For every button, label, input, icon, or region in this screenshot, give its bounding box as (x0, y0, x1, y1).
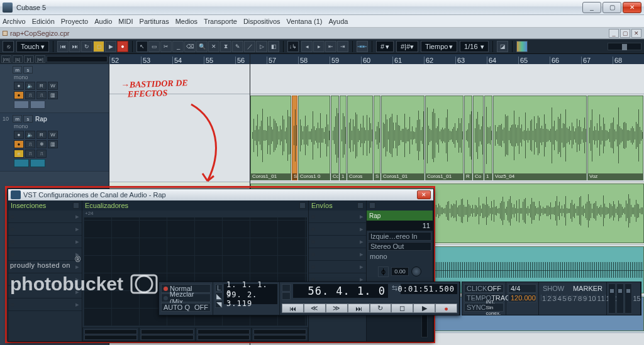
in-chip[interactable] (14, 159, 29, 167)
tool-erase-icon[interactable]: ⌫ (184, 41, 196, 52)
master-fader[interactable] (625, 283, 632, 314)
tool-split-icon[interactable]: ✂ (160, 41, 172, 52)
insert-slot[interactable]: ▸ (8, 223, 82, 236)
eq-bypass-icon[interactable] (299, 202, 306, 209)
transport-button[interactable]: ≫ (326, 304, 348, 313)
marker-button[interactable]: 1 (541, 295, 546, 301)
monitor-icon[interactable]: 🔈 (25, 82, 35, 90)
palette-icon[interactable] (516, 41, 528, 52)
master-fader[interactable] (608, 283, 616, 314)
tool-arrow-icon[interactable]: ↖ (136, 41, 148, 52)
pan-knob[interactable] (411, 266, 421, 277)
audio-clip[interactable]: S (292, 96, 297, 180)
tl-btn[interactable]: |r| (24, 55, 34, 63)
time-signature[interactable]: 4/4 (508, 284, 536, 293)
send-slot[interactable]: ▸ (309, 211, 366, 223)
nudge-start-icon[interactable]: ⇤ (325, 41, 336, 52)
menu-item[interactable]: Partituras (140, 18, 169, 25)
master-fader[interactable] (616, 283, 624, 314)
input-routing[interactable]: Izquie…ereo In (368, 232, 431, 241)
window-titlebar[interactable]: Cubase 5 _ ▢ ✕ (0, 0, 644, 15)
snap-toggle-icon[interactable]: ⇥⇤ (357, 41, 368, 52)
secondary-time[interactable]: 0:01:51.500 (401, 284, 457, 294)
marker-button[interactable]: 2 (546, 295, 551, 301)
minimize-button[interactable]: _ (582, 2, 601, 13)
chan-icon[interactable] (369, 202, 375, 209)
tool-line-icon[interactable]: ／ (244, 41, 255, 52)
post-roll-icon[interactable] (282, 292, 291, 300)
zoom-slider[interactable] (608, 43, 641, 50)
in-chip[interactable] (14, 101, 29, 109)
record-enable-icon[interactable]: ● (14, 82, 24, 90)
audio-clip[interactable]: 1 (484, 96, 492, 180)
transport-button[interactable]: ◻ (391, 304, 413, 313)
insert-slot[interactable]: ▸ (8, 298, 82, 311)
insert-btn[interactable]: ● (14, 140, 24, 148)
punch-in-icon[interactable]: ◣ (215, 292, 223, 300)
locator-l-icon[interactable]: L (215, 284, 223, 292)
cycle-icon[interactable]: ↻ (81, 41, 92, 52)
nudge-right-icon[interactable]: ▸ (313, 41, 325, 52)
record-icon[interactable]: ● (117, 41, 128, 52)
read-btn[interactable]: R (36, 131, 47, 139)
audio-clip[interactable]: Voz (587, 96, 643, 180)
marker-button[interactable]: 15 (631, 295, 640, 301)
edit-btn[interactable]: e (14, 150, 24, 158)
snap-type-select[interactable]: #▾ (376, 41, 394, 52)
transport-button[interactable]: ↻ (370, 304, 392, 313)
insert-slot[interactable]: ▸ (8, 211, 82, 223)
read-btn[interactable]: R (36, 82, 47, 90)
close-button[interactable]: ✕ (623, 2, 641, 13)
insert-slot[interactable]: ▸ (8, 273, 82, 286)
audio-clip[interactable]: Coros (347, 96, 373, 180)
transport-button[interactable]: ● (435, 304, 457, 313)
maximize-button[interactable]: ▢ (602, 2, 621, 13)
audio-clip[interactable]: Coros1_01 (250, 96, 291, 180)
punch-out-icon[interactable]: ◥ (215, 300, 223, 308)
marker-button[interactable]: 3 (551, 295, 556, 301)
sync-mode[interactable]: SYNCINT. Sin conex. (464, 303, 504, 312)
eq-band[interactable] (252, 327, 308, 341)
eq-band[interactable] (196, 327, 252, 341)
click-toggle[interactable]: CLICKOFF (464, 284, 504, 293)
record-enable-icon[interactable]: ● (14, 131, 24, 139)
menu-item[interactable]: Dispositivos (243, 18, 280, 25)
marker-button[interactable]: 4 (556, 295, 561, 301)
quantize-value-select[interactable]: 1/16▾ (460, 41, 489, 52)
transport-button[interactable]: ≪ (304, 304, 326, 313)
stop-icon[interactable]: ◻ (93, 41, 104, 52)
tl-scroll[interactable] (47, 56, 108, 62)
tool-color-icon[interactable]: ◧ (268, 41, 279, 52)
doc-close-button[interactable]: ✕ (631, 29, 641, 38)
doc-min-button[interactable]: _ (609, 29, 619, 38)
audio-clip[interactable]: R (464, 96, 472, 180)
transport-start-icon[interactable]: ⏮ (57, 41, 69, 52)
tool-range-icon[interactable]: ▭ (148, 41, 160, 52)
audio-clip[interactable]: Co (473, 96, 484, 180)
eq-band[interactable] (82, 327, 139, 341)
tool-draw-icon[interactable]: ✎ (232, 41, 243, 52)
transport-panel[interactable]: Normal Mezclar (Mix AUTO QOFF L ◣ ◥ 1. 1… (158, 282, 460, 315)
marker-button[interactable]: 7 (572, 295, 577, 301)
transport-button[interactable]: ▶ (413, 304, 435, 313)
output-routing[interactable]: Stereo Out (368, 242, 431, 251)
show-label[interactable]: SHOW (543, 285, 564, 292)
write-btn[interactable]: W (48, 131, 58, 139)
menu-item[interactable]: MIDI (118, 18, 133, 25)
marker-button[interactable]: 6 (567, 295, 572, 301)
ch-btn[interactable]: ▥ (48, 140, 58, 148)
grid-type-select[interactable]: #|#▾ (396, 41, 418, 52)
marker-button[interactable]: 8 (577, 295, 582, 301)
phase-button[interactable]: ɸ (378, 266, 389, 277)
nudge-left-icon[interactable]: ◂ (301, 41, 313, 52)
transport-end-icon[interactable]: ⏭ (69, 41, 80, 52)
audio-clip[interactable]: S (374, 96, 380, 180)
eq-btn[interactable]: ⎍ (25, 91, 35, 99)
marker-button[interactable]: 10 (587, 295, 596, 301)
channel-name[interactable]: Rap (367, 211, 433, 221)
auto-scroll-icon[interactable]: ↓↳ (287, 41, 299, 52)
menu-item[interactable]: Ayuda (328, 18, 348, 25)
audio-clip[interactable]: Co (331, 96, 339, 180)
lane-mono[interactable] (109, 64, 644, 94)
vst-channel-window[interactable]: VST Configuraciones de Canal de Audio - … (8, 189, 434, 342)
